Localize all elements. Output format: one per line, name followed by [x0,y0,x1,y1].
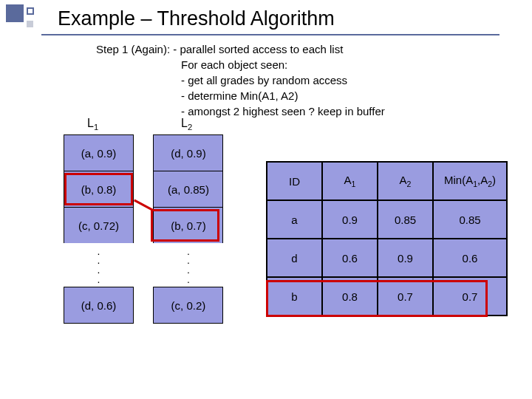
list-l2: (d, 0.9) (a, 0.85) (b, 0.7) .... (c, 0.2… [153,134,223,323]
col-id: ID [267,162,322,200]
l2-cell: (a, 0.85) [153,171,223,208]
cell-min: 0.7 [433,277,507,316]
l1-cell: (a, 0.9) [64,134,134,171]
list1-label: L1 [87,117,98,132]
cell-a2: 0.7 [378,277,433,316]
l2-cell: (c, 0.2) [153,287,223,324]
l1-dots: .... [64,243,134,287]
cell-id: b [267,277,322,316]
table-row: b 0.8 0.7 0.7 [267,277,507,316]
l1-cell: (b, 0.8) [64,171,134,208]
cell-a2: 0.9 [378,239,433,277]
col-a2: A2 [378,162,433,200]
step-line1: Step 1 (Again): - parallel sorted access… [96,43,343,55]
results-table: ID A1 A2 Min(A1,A2) a 0.9 0.85 0.85 d 0.… [266,161,508,316]
step-line3: - get all grades by random access [96,72,385,88]
list-l1: (a, 0.9) (b, 0.8) (c, 0.72) .... (d, 0.6… [64,134,134,323]
l2-dots: .... [153,243,223,287]
cell-id: a [267,200,322,239]
cell-a2: 0.85 [378,200,433,239]
step-text: Step 1 (Again): - parallel sorted access… [96,41,385,119]
table-row: a 0.9 0.85 0.85 [267,200,507,239]
col-min: Min(A1,A2) [433,162,507,200]
table-row: d 0.6 0.9 0.6 [267,239,507,277]
page-title: Example – Threshold Algorithm [58,7,335,30]
list2-label: L2 [181,117,192,132]
l2-cell: (d, 0.9) [153,134,223,171]
col-a1: A1 [322,162,378,200]
table-header-row: ID A1 A2 Min(A1,A2) [267,162,507,200]
results-table-wrap: ID A1 A2 Min(A1,A2) a 0.9 0.85 0.85 d 0.… [266,161,508,316]
cell-min: 0.85 [433,200,507,239]
cell-a1: 0.9 [322,200,378,239]
l2-cell: (b, 0.7) [153,207,223,244]
l1-cell: (c, 0.72) [64,207,134,244]
step-line5: - amongst 2 highest seen ? keep in buffe… [96,103,385,119]
cell-id: d [267,239,322,277]
cell-a1: 0.6 [322,239,378,277]
title-rule [41,34,499,35]
lists: (a, 0.9) (b, 0.8) (c, 0.72) .... (d, 0.6… [64,134,223,323]
cell-min: 0.6 [433,239,507,277]
step-line2: For each object seen: [96,57,385,72]
step-line4: - determine Min(A1, A2) [96,88,385,103]
l1-cell: (d, 0.6) [64,287,134,324]
cell-a1: 0.8 [322,277,378,316]
